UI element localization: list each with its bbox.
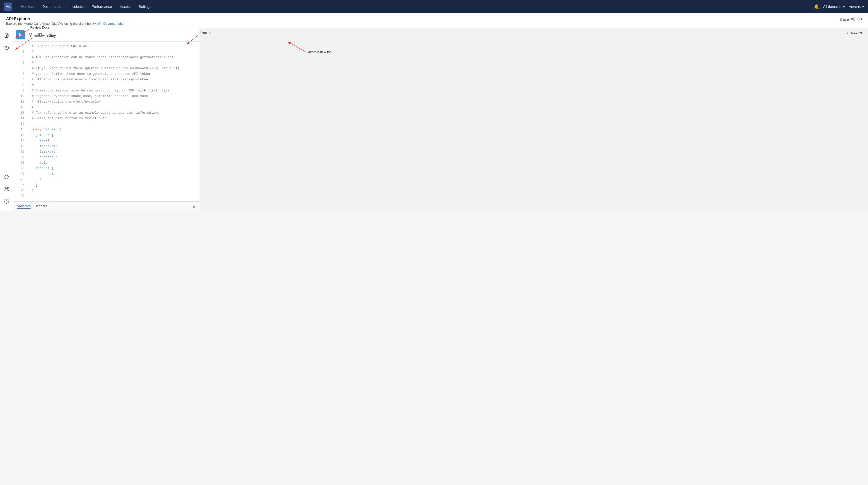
line-number: 12	[16, 105, 24, 110]
domain-label: All domains	[823, 4, 841, 8]
code-line: 15	[13, 121, 199, 127]
code-content: # objects, pythonic snake_case, automati…	[32, 94, 196, 99]
code-line: 22 role	[13, 161, 199, 166]
editor-area: 1# Explore the Monte Carlo API!2#3# API …	[13, 28, 200, 211]
code-line: 2#	[13, 49, 199, 55]
page-header-right: Share	[839, 17, 862, 22]
svg-point-0	[854, 17, 855, 19]
nav-monitors[interactable]: Monitors	[17, 3, 38, 10]
line-number: 20	[16, 149, 24, 154]
line-number: 4	[16, 61, 24, 65]
code-content: # For reference here is an example query…	[32, 110, 196, 116]
refresh-icon[interactable]	[2, 173, 10, 181]
code-line: 1# Explore the Monte Carlo API!	[13, 44, 199, 49]
nav-assets[interactable]: Assets	[116, 3, 134, 10]
code-line: 13# For reference here is an example que…	[13, 110, 199, 116]
nav-dashboards[interactable]: Dashboards	[39, 3, 65, 10]
code-content: }	[32, 188, 196, 194]
share-icon[interactable]	[851, 17, 856, 22]
code-line: 12#	[13, 105, 199, 110]
code-line: 14# Press the play button to try it out:	[13, 116, 199, 121]
page-header: API Explorer Explore the Monte Carlo Gra…	[0, 13, 868, 28]
logo: MC	[4, 2, 12, 10]
user-menu[interactable]: Artemis ▾	[849, 4, 864, 8]
graphql-label: GraphQL	[849, 31, 863, 35]
line-number: 19	[16, 144, 24, 149]
code-line: 20 lastName	[13, 149, 199, 155]
tab-headers[interactable]: Headers	[35, 204, 47, 209]
line-collapse-icon[interactable]: ▾	[28, 133, 31, 137]
code-content: uuid	[32, 172, 196, 177]
line-number: 21	[16, 155, 24, 160]
variables-panel: Variables Headers ∧	[13, 201, 199, 211]
code-content: # If you want to run these queries outsi…	[32, 66, 196, 71]
line-number: 23	[16, 166, 24, 171]
copy-icon[interactable]	[46, 31, 54, 39]
keyboard-shortcut-icon[interactable]	[858, 17, 862, 22]
line-number: 27	[16, 189, 24, 193]
code-content: # you can follow these docs to generate …	[32, 72, 196, 77]
line-number: 24	[16, 172, 24, 177]
code-content: # Explore the Monte Carlo API!	[32, 44, 196, 49]
user-chevron-icon: ▾	[862, 4, 864, 8]
svg-point-2	[854, 20, 855, 21]
code-content: role	[32, 161, 196, 166]
command-icon[interactable]	[2, 185, 10, 193]
line-number: 17	[16, 133, 24, 138]
svg-line-3	[852, 19, 854, 20]
settings-icon[interactable]	[2, 197, 10, 205]
code-line: 10# objects, pythonic snake_case, automa…	[13, 94, 199, 99]
code-content: getUser {	[32, 133, 196, 138]
nav-items: Monitors Dashboards Incidents Performanc…	[17, 3, 811, 10]
line-collapse-icon[interactable]: ▾	[28, 128, 31, 132]
line-number: 15	[16, 121, 24, 126]
api-docs-link[interactable]: API Documentation	[97, 22, 125, 26]
execute-button[interactable]	[16, 30, 25, 39]
code-content: # Press the play button to try it out:	[32, 116, 196, 121]
code-content: }	[32, 182, 196, 188]
nav-performance[interactable]: Performance	[88, 3, 115, 10]
line-collapse-icon[interactable]: ▾	[28, 167, 31, 171]
page-subtitle: Explore the Monte Carlo GraphQL APIs usi…	[6, 22, 125, 26]
line-number: 11	[16, 99, 24, 104]
code-line: 27}	[13, 188, 199, 194]
code-editor[interactable]: 1# Explore the Monte Carlo API!2#3# API …	[13, 42, 199, 201]
prettify-icon[interactable]	[27, 31, 34, 39]
collapse-icon[interactable]: ∧	[192, 204, 195, 209]
notifications-bell-icon[interactable]: 🔔	[813, 4, 819, 9]
code-content: # These queries can also be run using ou…	[32, 88, 196, 93]
tab-variables[interactable]: Variables	[17, 204, 31, 209]
code-content: #	[32, 105, 196, 110]
variables-header[interactable]: Variables Headers ∧	[13, 202, 199, 211]
line-number: 10	[16, 94, 24, 99]
share-label: Share	[839, 18, 849, 22]
domain-selector[interactable]: All domains ▾	[823, 4, 844, 8]
line-number: 8	[16, 83, 24, 88]
code-line: 3# API Documentation can be found here: …	[13, 55, 199, 60]
line-number: 6	[16, 72, 24, 77]
code-content: # https://pypi.org/project/pycarlo/	[32, 99, 196, 105]
sidebar-bottom	[2, 173, 10, 208]
code-content: account {	[32, 166, 196, 171]
code-line: 24 uuid	[13, 172, 199, 177]
docs-icon[interactable]	[2, 31, 10, 39]
history-icon[interactable]	[2, 44, 10, 52]
nav-settings[interactable]: Settings	[135, 3, 155, 10]
code-line: 17▾ getUser {	[13, 133, 199, 138]
code-content: #	[32, 60, 196, 66]
code-line: 16▾query getUser {	[13, 127, 199, 133]
code-content: # API Documentation can be found here: h…	[32, 55, 196, 60]
code-line: 28	[13, 194, 199, 199]
merge-icon[interactable]	[36, 31, 44, 39]
line-number: 7	[16, 77, 24, 82]
editor-toolbar	[13, 28, 199, 42]
line-number: 5	[16, 66, 24, 71]
code-line: 9# These queries can also be run using o…	[13, 88, 199, 94]
line-number: 9	[16, 88, 24, 93]
line-number: 16	[16, 127, 24, 132]
top-navigation: MC Monitors Dashboards Incidents Perform…	[0, 0, 868, 13]
new-tab-button[interactable]: + GraphQL	[844, 30, 865, 36]
code-line: 18 email	[13, 138, 199, 144]
nav-incidents[interactable]: Incidents	[66, 3, 87, 10]
svg-point-8	[6, 201, 7, 202]
